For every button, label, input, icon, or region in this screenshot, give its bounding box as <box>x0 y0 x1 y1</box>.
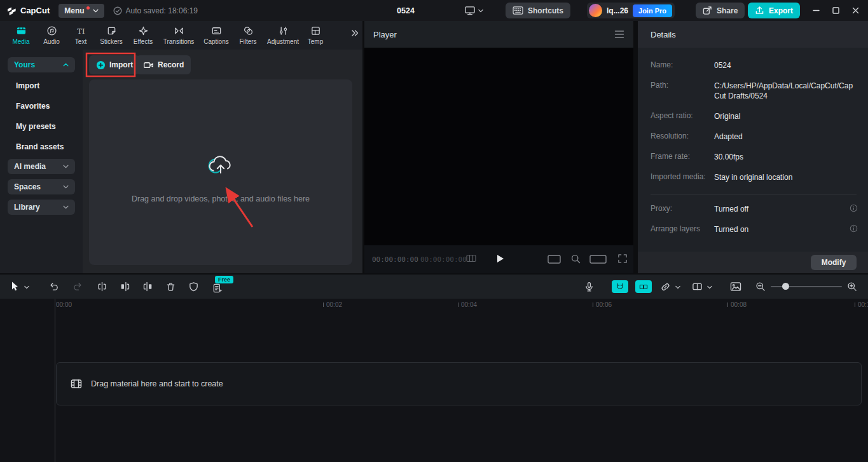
undo-button[interactable] <box>48 282 59 292</box>
chevron-down-icon <box>93 9 99 13</box>
player-menu-icon[interactable] <box>614 30 624 39</box>
select-tool-chevron[interactable] <box>24 285 29 289</box>
sidebar-item-ai-media[interactable]: AI media <box>8 159 75 174</box>
linking-chevron[interactable] <box>675 285 680 289</box>
sidebar-item-my-presets[interactable]: My presets <box>16 122 56 131</box>
tab-label: Effects <box>134 38 153 45</box>
arrange-layers-info-icon[interactable] <box>850 224 858 233</box>
tab-label: Captions <box>203 38 228 45</box>
zoom-in-icon <box>847 282 857 292</box>
maximize-button[interactable] <box>826 0 846 21</box>
timeline-area: 00:00 00:02 00:04 00:06 00:08 00:10 Drag… <box>0 299 868 462</box>
text-extract-icon <box>212 283 223 294</box>
media-dropzone[interactable]: Drag and drop videos, photos, and audio … <box>89 79 352 265</box>
detail-label: Path: <box>651 81 668 90</box>
timeline-dropzone[interactable]: Drag material here and start to create <box>56 362 862 405</box>
sidebar-item-yours[interactable]: Yours <box>8 57 75 72</box>
ruler-tick: 00:04 <box>458 301 477 308</box>
zoom-in-button[interactable] <box>847 282 857 292</box>
display-mode-dropdown[interactable] <box>464 3 483 18</box>
tab-captions[interactable]: Captions <box>200 21 233 50</box>
delete-right-button[interactable] <box>142 282 153 292</box>
player-viewport[interactable] <box>364 48 633 245</box>
ruler-tick: 00:10 <box>855 301 868 308</box>
svg-text:TI: TI <box>77 27 85 36</box>
menu-notification-dot <box>86 6 90 10</box>
split-button[interactable] <box>97 282 107 292</box>
canvas-ratio-button[interactable] <box>548 255 561 264</box>
delete-button[interactable] <box>165 282 176 292</box>
snap-icon <box>639 283 648 291</box>
zoom-out-button[interactable] <box>755 282 766 292</box>
fullscreen-button[interactable] <box>617 254 628 264</box>
minimize-button[interactable] <box>806 0 826 21</box>
ruler-label: 00:08 <box>731 301 747 308</box>
clip-options-button[interactable] <box>692 282 703 292</box>
linking-button[interactable] <box>660 282 671 292</box>
timeline-zoom-slider[interactable] <box>771 286 842 287</box>
tab-effects[interactable]: Effects <box>128 21 158 50</box>
capcut-logo: CapCut <box>6 6 50 16</box>
chevron-down-icon <box>63 165 69 168</box>
sidebar-item-spaces[interactable]: Spaces <box>8 179 75 194</box>
sidebar-item-label: AI media <box>14 162 46 171</box>
player-controls: 00:00:00:00 00:00:00:00 <box>364 245 633 273</box>
play-button[interactable] <box>495 254 505 264</box>
record-button[interactable]: Record <box>136 55 191 74</box>
tab-adjustment[interactable]: Adjustment <box>263 21 303 50</box>
more-tabs-button[interactable] <box>351 29 359 37</box>
text-icon: TI <box>76 25 86 36</box>
cover-button[interactable] <box>730 282 741 292</box>
templates-icon <box>310 25 321 36</box>
auto-snap-toggle[interactable] <box>635 280 652 293</box>
record-voiceover-button[interactable] <box>584 282 595 292</box>
ruler-label: 00:02 <box>326 301 342 308</box>
detail-value: C:/Users/HP/AppData/Local/CapCut/CapCut … <box>714 81 855 101</box>
tab-audio[interactable]: Audio <box>37 21 66 50</box>
tab-stickers[interactable]: Stickers <box>95 21 127 50</box>
check-circle-icon <box>113 6 122 15</box>
detail-value: Original <box>714 111 855 121</box>
media-panel: Import Record Drag and drop videos, phot… <box>83 50 362 273</box>
sidebar-item-favorites[interactable]: Favorites <box>16 102 50 111</box>
text-extract-button[interactable] <box>212 283 223 294</box>
timeline-dropzone-text: Drag material here and start to create <box>91 379 223 388</box>
export-button[interactable]: Export <box>748 3 800 18</box>
tab-templates[interactable]: Temp <box>304 21 327 50</box>
tab-transitions[interactable]: Transitions <box>159 21 198 50</box>
fit-zoom-button[interactable] <box>570 254 581 264</box>
redo-button[interactable] <box>72 282 83 292</box>
sidebar-item-import[interactable]: Import <box>16 81 39 90</box>
playhead-line[interactable] <box>55 299 55 462</box>
tab-text[interactable]: TI Text <box>67 21 94 50</box>
mask-button[interactable] <box>188 282 199 292</box>
film-icon <box>71 378 82 390</box>
select-tool-button[interactable] <box>10 281 20 292</box>
transitions-icon <box>174 25 184 36</box>
tab-filters[interactable]: Filters <box>234 21 262 50</box>
clip-options-chevron[interactable] <box>707 285 712 289</box>
close-button[interactable] <box>846 0 865 21</box>
timeline-ruler[interactable]: 00:00 00:02 00:04 00:06 00:08 00:10 <box>0 299 868 310</box>
shortcuts-button[interactable]: Shortcuts <box>506 3 570 18</box>
resolution-button[interactable] <box>589 255 607 264</box>
join-pro-button[interactable]: Join Pro <box>633 4 672 17</box>
proxy-info-icon[interactable] <box>850 204 858 212</box>
zoom-slider-knob[interactable] <box>782 283 789 290</box>
menu-button[interactable]: Menu <box>59 4 104 18</box>
detail-value: Stay in original location <box>714 172 855 182</box>
delete-left-button[interactable] <box>120 282 130 292</box>
modify-button[interactable]: Modify <box>811 255 857 270</box>
frame-step-icon[interactable] <box>466 254 476 262</box>
monitor-icon <box>464 5 476 16</box>
sidebar-item-library[interactable]: Library <box>8 200 75 215</box>
tab-media[interactable]: Media <box>6 21 36 50</box>
sidebar-item-label: Favorites <box>16 102 50 111</box>
detail-label: Imported media: <box>651 172 706 181</box>
tab-label: Stickers <box>100 38 123 45</box>
share-button[interactable]: Share <box>696 3 745 18</box>
sidebar-item-brand-assets[interactable]: Brand assets <box>16 142 64 151</box>
user-account[interactable]: lq...26 Join Pro <box>587 3 675 18</box>
import-button[interactable]: Import <box>89 55 140 74</box>
main-track-magnet-toggle[interactable] <box>612 280 628 293</box>
